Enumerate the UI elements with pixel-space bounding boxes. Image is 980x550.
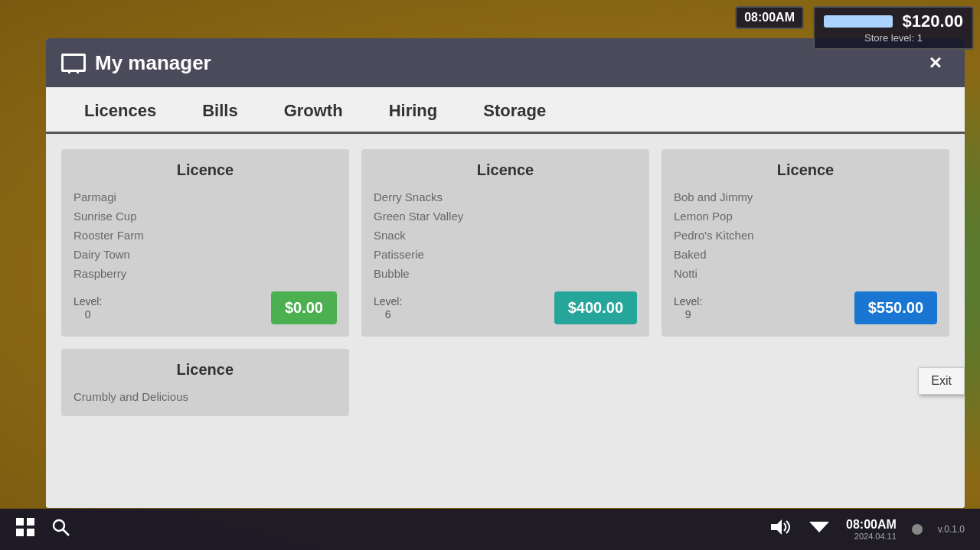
licence-card-1-title: Licence (74, 161, 337, 179)
exit-tooltip[interactable]: Exit (918, 367, 965, 395)
wifi-icon[interactable] (808, 517, 831, 542)
licence-card-2-footer: Level: 6 $400.00 (374, 285, 637, 324)
close-button[interactable]: × (922, 49, 949, 76)
status-dot (912, 524, 923, 535)
level-label-1: Level: 0 (74, 295, 102, 321)
tab-hiring[interactable]: Hiring (366, 87, 461, 132)
licence-item-dairy-town: Dairy Town (74, 247, 337, 262)
licence-card-2: Licence Derry Snacks Green Star Valley S… (361, 149, 649, 337)
grid-icon[interactable] (15, 517, 35, 542)
hud-panel: $120.00 Store level: 1 (813, 6, 974, 50)
licence-item: Notti (674, 266, 937, 281)
tab-storage[interactable]: Storage (460, 87, 569, 132)
licence-item: Raspberry (74, 266, 337, 281)
modal-title: My manager (95, 51, 913, 75)
licence-card-4: Licence Crumbly and Delicious (61, 349, 349, 416)
svg-rect-0 (16, 518, 24, 526)
monitor-icon (61, 54, 86, 72)
licence-item: Sunrise Cup (74, 209, 337, 223)
licence-item: Green Star Valley (374, 209, 637, 223)
tab-growth[interactable]: Growth (261, 87, 366, 132)
licence-item: Bob and Jimmy (674, 190, 937, 204)
xp-progress-bar (824, 15, 893, 28)
svg-marker-7 (809, 522, 829, 532)
svg-rect-3 (27, 529, 34, 536)
svg-rect-2 (16, 529, 24, 536)
money-display: $120.00 (902, 12, 963, 31)
licence-item: Snack (374, 228, 637, 242)
search-icon[interactable] (51, 517, 70, 542)
licence-item: Crumbly and Delicious (74, 389, 337, 404)
licence-item: Derry Snacks (374, 190, 637, 204)
level-label-2: Level: 6 (374, 295, 402, 321)
svg-marker-6 (771, 519, 782, 535)
modal-content-area: Licence Parmagi Sunrise Cup Rooster Farm… (46, 134, 965, 508)
hud-time: 08:00AM (735, 6, 804, 29)
taskbar-time: 08:00AM 2024.04.11 (846, 518, 897, 541)
main-modal: My manager × Licences Bills Growth Hirin… (46, 38, 965, 508)
svg-line-5 (63, 529, 69, 535)
licence-item: Parmagi (74, 190, 337, 204)
taskbar-right: 08:00AM 2024.04.11 v.0.1.0 (769, 517, 965, 542)
licence-item: Patisserie (374, 247, 637, 262)
licence-item: Bubble (374, 266, 637, 281)
buy-licence-2-button[interactable]: $400.00 (554, 291, 637, 324)
volume-icon[interactable] (769, 517, 792, 542)
licence-card-1-footer: Level: 0 $0.00 (74, 285, 337, 324)
licence-item-pedros-kitchen: Pedro's Kitchen (674, 228, 937, 242)
buy-licence-1-button[interactable]: $0.00 (271, 291, 337, 324)
buy-licence-3-button[interactable]: $550.00 (854, 291, 937, 324)
store-level-label: Store level: 1 (864, 32, 923, 44)
licence-cards-row-2: Licence Crumbly and Delicious (61, 349, 949, 416)
taskbar-time-main: 08:00AM (846, 518, 897, 532)
licence-card-3-footer: Level: 9 $550.00 (674, 285, 937, 324)
licence-card-4-title: Licence (74, 361, 337, 379)
licence-item: Rooster Farm (74, 228, 337, 242)
tabs-bar: Licences Bills Growth Hiring Storage (46, 87, 965, 134)
svg-point-4 (54, 520, 64, 531)
licence-card-1: Licence Parmagi Sunrise Cup Rooster Farm… (61, 149, 349, 337)
level-label-3: Level: 9 (674, 295, 702, 321)
licence-card-3-title: Licence (674, 161, 937, 179)
version-text: v.0.1.0 (938, 524, 965, 535)
licence-cards-row: Licence Parmagi Sunrise Cup Rooster Farm… (61, 149, 949, 337)
licence-card-3: Licence Bob and Jimmy Lemon Pop Pedro's … (662, 149, 949, 337)
tab-licences[interactable]: Licences (61, 87, 179, 134)
tab-bills[interactable]: Bills (179, 87, 260, 132)
taskbar: 08:00AM 2024.04.11 v.0.1.0 (0, 509, 980, 550)
licence-item: Lemon Pop (674, 209, 937, 223)
taskbar-left (15, 517, 70, 542)
taskbar-date: 2024.04.11 (846, 532, 897, 541)
licence-item: Baked (674, 247, 937, 262)
svg-rect-1 (27, 518, 34, 526)
licence-card-2-title: Licence (374, 161, 637, 179)
